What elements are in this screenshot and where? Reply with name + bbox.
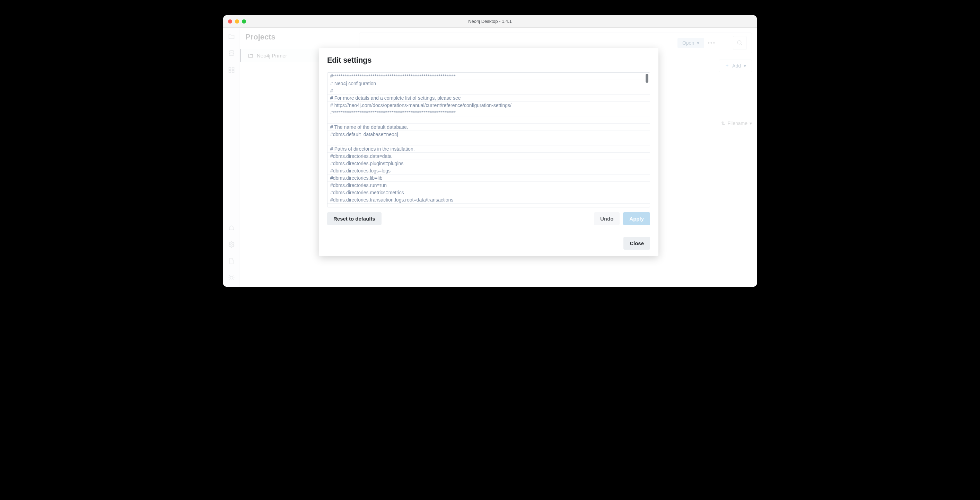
app-window: Neo4j Desktop - 1.4.1 Projects Neo4j Pri… <box>223 15 757 287</box>
scrollbar-thumb[interactable] <box>646 74 648 83</box>
editor-line[interactable]: #dbms.directories.plugins=plugins <box>328 160 650 167</box>
edit-settings-modal: Edit settings #*************************… <box>319 48 659 256</box>
editor-line[interactable] <box>328 116 650 124</box>
window-close-button[interactable] <box>228 19 232 24</box>
editor-line[interactable]: #dbms.directories.metrics=metrics <box>328 189 650 196</box>
editor-line[interactable]: #dbms.directories.lib=lib <box>328 175 650 182</box>
editor-line[interactable]: # <box>328 87 650 95</box>
editor-line[interactable]: # For more details and a complete list o… <box>328 95 650 102</box>
close-button[interactable]: Close <box>624 237 650 250</box>
editor-line[interactable]: # Neo4j configuration <box>328 80 650 87</box>
editor-line[interactable]: # https://neo4j.com/docs/operations-manu… <box>328 102 650 109</box>
titlebar: Neo4j Desktop - 1.4.1 <box>223 15 757 28</box>
editor-line[interactable]: #***************************************… <box>328 109 650 116</box>
window-minimize-button[interactable] <box>235 19 239 24</box>
settings-editor[interactable]: #***************************************… <box>327 72 650 207</box>
editor-line[interactable]: #dbms.directories.data=data <box>328 153 650 160</box>
apply-button[interactable]: Apply <box>623 212 650 225</box>
editor-line[interactable]: #dbms.directories.run=run <box>328 182 650 189</box>
editor-line[interactable]: # Paths of directories in the installati… <box>328 145 650 153</box>
editor-line[interactable]: #dbms.directories.logs=logs <box>328 167 650 175</box>
editor-content[interactable]: #***************************************… <box>328 73 650 207</box>
window-title: Neo4j Desktop - 1.4.1 <box>223 19 757 24</box>
editor-line[interactable] <box>328 138 650 145</box>
editor-line[interactable]: # The name of the default database. <box>328 124 650 131</box>
window-maximize-button[interactable] <box>242 19 246 24</box>
modal-title: Edit settings <box>327 56 650 65</box>
reset-to-defaults-button[interactable]: Reset to defaults <box>327 212 382 225</box>
undo-button[interactable]: Undo <box>594 212 620 225</box>
editor-line[interactable]: #***************************************… <box>328 73 650 80</box>
editor-line[interactable]: #dbms.default_database=neo4j <box>328 131 650 138</box>
window-controls <box>228 19 246 24</box>
editor-line[interactable]: #dbms.directories.transaction.logs.root=… <box>328 196 650 203</box>
